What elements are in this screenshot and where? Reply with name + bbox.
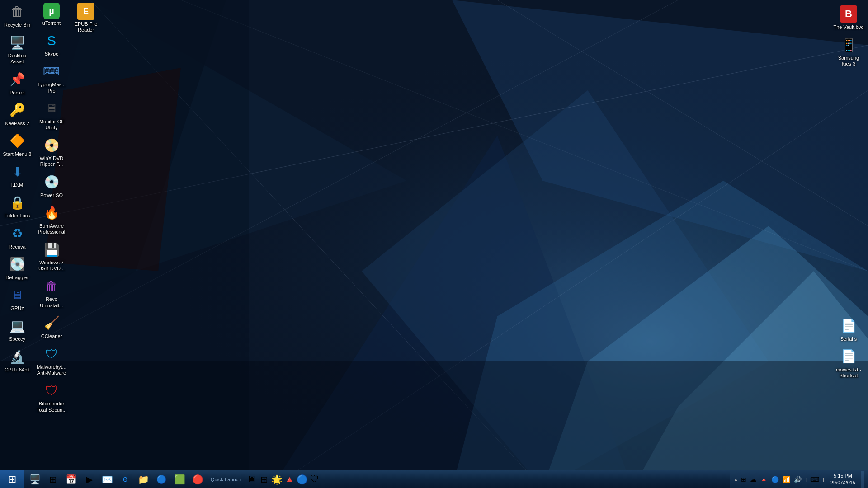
desktop: 🗑 Recycle Bin 🖥️ Desktop Assist 📌 Pocket… xyxy=(0,0,868,488)
quick-launch-icon-3[interactable]: 🌟 xyxy=(271,471,283,488)
quick-launch-icon-6[interactable]: 🛡 xyxy=(309,471,321,488)
taskbar-show-desktop[interactable]: 🖥️ xyxy=(26,471,43,488)
desktop-icon-gpuz[interactable]: 🖥 GPUz xyxy=(0,283,34,314)
desktop-icon-startmenu8[interactable]: 🔶 Start Menu 8 xyxy=(0,129,34,160)
desktop-icon-epub[interactable]: E EPUB File Reader xyxy=(69,0,103,36)
taskbar-grid[interactable]: ⊞ xyxy=(44,471,61,488)
desktop-icon-poweriso[interactable]: 💿 PowerISO xyxy=(34,170,69,201)
show-desktop-button[interactable] xyxy=(861,471,864,488)
tray-icon-3[interactable]: 🔺 xyxy=(759,475,769,484)
desktop-icon-skype[interactable]: S Skype xyxy=(34,29,69,60)
clock-time: 5:15 PM xyxy=(834,473,852,479)
desktop-icon-revo[interactable]: 🗑 Revo Uninstall... xyxy=(34,274,69,311)
desktop-icon-burnaware[interactable]: 🔥 BurnAware Professional xyxy=(34,201,69,238)
desktop-icon-win7usb[interactable]: 💾 Windows 7 USB DVD... xyxy=(34,238,69,274)
tray-icon-1[interactable]: ⊞ xyxy=(740,475,747,484)
desktop-icon-samsung-kies[interactable]: 📱 Samsung Kies 3 xyxy=(831,33,866,70)
desktop-icon-monitor-off[interactable]: 🖥 Monitor Off Utility xyxy=(34,97,69,133)
desktop-icon-speccy[interactable]: 💻 Speccy xyxy=(0,314,34,345)
taskbar-app2[interactable]: 🔴 xyxy=(189,471,206,488)
taskbar-app1[interactable]: ▶ xyxy=(80,471,98,488)
tray-icon-4[interactable]: 🔵 xyxy=(770,475,780,484)
desktop-icon-vault[interactable]: B The Vault.bvd xyxy=(831,2,866,33)
desktop-icon-pocket[interactable]: 📌 Pocket xyxy=(0,68,34,99)
tray-icon-keyboard[interactable]: ⌨ xyxy=(809,475,820,484)
desktop-icon-movies[interactable]: 📄 movies.txt - Shortcut xyxy=(831,345,866,381)
taskbar-chrome[interactable]: 🔵 xyxy=(153,471,170,488)
quick-launch-icon-2[interactable]: ⊞ xyxy=(258,471,270,488)
taskbar-tray: ▲ ⊞ ☁ 🔺 🔵 📶 🔊 | ⌨ | 5:15 PM 29/07/2015 xyxy=(730,470,868,488)
desktop-icon-idm[interactable]: ⬇ I.D.M xyxy=(0,160,34,191)
desktop-icon-recuva[interactable]: ♻ Recuva xyxy=(0,222,34,253)
tray-icon-5[interactable]: 📶 xyxy=(782,475,791,484)
taskbar-ie[interactable]: e xyxy=(117,471,134,488)
desktop-icon-defraggler[interactable]: 💽 Defraggler xyxy=(0,253,34,283)
tray-separator2: | xyxy=(823,477,824,482)
svg-rect-18 xyxy=(0,361,868,488)
quick-launch-label: Quick Launch xyxy=(207,477,245,482)
desktop-icon-winxdvd[interactable]: 📀 WinX DVD Ripper P... xyxy=(34,133,69,170)
desktop-icon-desktop-assist[interactable]: 🖥️ Desktop Assist xyxy=(0,31,34,67)
quick-launch-icon-4[interactable]: 🔺 xyxy=(283,471,295,488)
icon-column-2: µ uTorrent S Skype ⌨ TypingMas... Pro 🖥 … xyxy=(34,0,69,416)
desktop-icon-cpuz[interactable]: 🔬 CPUz 64bit xyxy=(0,345,34,375)
desktop-icon-bitdefender[interactable]: 🛡 Bitdefender Total Securi... xyxy=(34,379,69,415)
tray-expand[interactable]: ▲ xyxy=(733,477,738,482)
tray-icon-sound[interactable]: 🔊 xyxy=(793,475,802,484)
quick-launch-icon-1[interactable]: 🖥 xyxy=(245,471,257,488)
quick-launch-icon-5[interactable]: 🔵 xyxy=(296,471,308,488)
desktop-icon-serial[interactable]: 📄 Serial s xyxy=(831,314,866,345)
desktop-icons-area: 🗑 Recycle Bin 🖥️ Desktop Assist 📌 Pocket… xyxy=(0,0,69,416)
system-clock[interactable]: 5:15 PM 29/07/2015 xyxy=(827,473,859,486)
icon-column-1: 🗑 Recycle Bin 🖥️ Desktop Assist 📌 Pocket… xyxy=(0,0,34,416)
desktop-icons-right: B The Vault.bvd 📱 Samsung Kies 3 📄 Seria… xyxy=(829,0,868,384)
taskbar-explorer[interactable]: 📁 xyxy=(135,471,152,488)
desktop-icon-utorrent[interactable]: µ uTorrent xyxy=(34,0,69,29)
desktop-icon-folderlock[interactable]: 🔒 Folder Lock xyxy=(0,191,34,221)
desktop-icon-typingmaster[interactable]: ⌨ TypingMas... Pro xyxy=(34,60,69,96)
tray-icon-2[interactable]: ☁ xyxy=(749,475,757,484)
desktop-icon-recycle-bin[interactable]: 🗑 Recycle Bin xyxy=(0,0,34,31)
taskbar: ⊞ 🖥️ ⊞ 📅 ▶ ✉️ e 📁 🔵 🟩 🔴 Quick Launch 🖥 ⊞… xyxy=(0,470,868,488)
taskbar-icons: 🖥️ ⊞ 📅 ▶ ✉️ e 📁 🔵 🟩 🔴 Quick Launch 🖥 ⊞ 🌟… xyxy=(24,470,322,488)
desktop-icon-keepass[interactable]: 🔑 KeePass 2 xyxy=(0,99,34,129)
clock-date: 29/07/2015 xyxy=(830,479,855,486)
taskbar-mail[interactable]: ✉️ xyxy=(99,471,116,488)
desktop-icon-ccleaner[interactable]: 🧹 CCleaner xyxy=(34,311,69,342)
taskbar-store[interactable]: 🟩 xyxy=(171,471,188,488)
start-button[interactable]: ⊞ xyxy=(0,470,24,488)
tray-separator: | xyxy=(805,477,807,482)
taskbar-calendar[interactable]: 📅 xyxy=(62,471,80,488)
desktop-icon-malwarebytes[interactable]: 🛡 Malwarebyt... Anti-Malware xyxy=(34,342,69,379)
